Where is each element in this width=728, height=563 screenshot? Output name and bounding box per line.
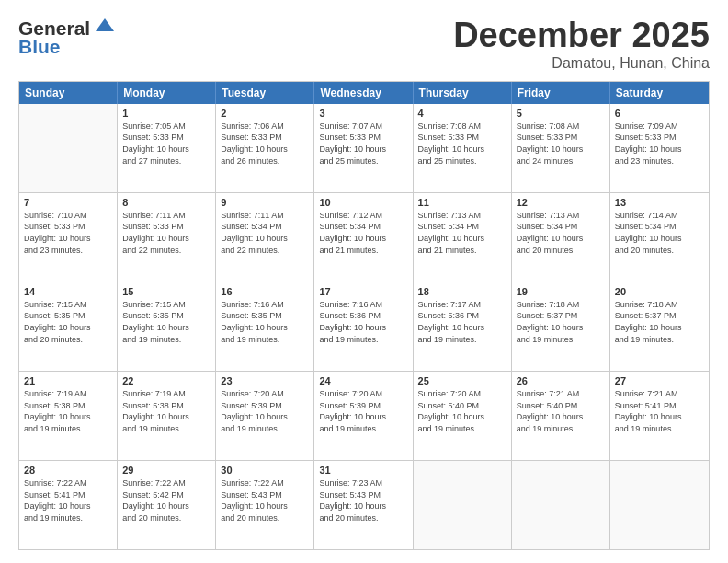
day-number: 30 [221, 465, 309, 476]
month-title: December 2025 [453, 17, 710, 55]
calendar-page: General Blue December 2025 Damatou, Huna… [0, 0, 728, 563]
day-cell-29: 29Sunrise: 7:22 AM Sunset: 5:42 PM Dayli… [118, 461, 216, 549]
calendar-row-4: 21Sunrise: 7:19 AM Sunset: 5:38 PM Dayli… [19, 371, 709, 460]
day-number: 11 [418, 197, 506, 208]
day-number: 6 [615, 108, 704, 119]
empty-cell-4-4 [414, 461, 512, 549]
weekday-header-saturday: Saturday [610, 82, 709, 104]
day-number: 24 [319, 375, 407, 386]
calendar-header: SundayMondayTuesdayWednesdayThursdayFrid… [19, 82, 709, 104]
empty-cell-4-5 [512, 461, 610, 549]
day-number: 31 [319, 465, 407, 476]
logo-text-blue: Blue [18, 37, 118, 57]
empty-cell-0-0 [19, 104, 118, 192]
day-number: 15 [122, 286, 210, 297]
day-info: Sunrise: 7:21 AM Sunset: 5:41 PM Dayligh… [615, 388, 704, 434]
header: General Blue December 2025 Damatou, Huna… [18, 17, 710, 72]
day-cell-15: 15Sunrise: 7:15 AM Sunset: 5:35 PM Dayli… [118, 282, 216, 371]
day-number: 8 [122, 197, 210, 208]
day-cell-5: 5Sunrise: 7:08 AM Sunset: 5:33 PM Daylig… [512, 104, 610, 192]
day-number: 5 [517, 108, 605, 119]
day-cell-25: 25Sunrise: 7:20 AM Sunset: 5:40 PM Dayli… [414, 372, 512, 460]
day-cell-27: 27Sunrise: 7:21 AM Sunset: 5:41 PM Dayli… [610, 372, 709, 460]
day-number: 21 [24, 375, 112, 386]
day-info: Sunrise: 7:23 AM Sunset: 5:43 PM Dayligh… [319, 477, 407, 523]
day-number: 1 [122, 108, 210, 119]
day-cell-19: 19Sunrise: 7:18 AM Sunset: 5:37 PM Dayli… [512, 282, 610, 371]
day-info: Sunrise: 7:21 AM Sunset: 5:40 PM Dayligh… [517, 388, 605, 434]
weekday-header-wednesday: Wednesday [314, 82, 413, 104]
day-cell-26: 26Sunrise: 7:21 AM Sunset: 5:40 PM Dayli… [512, 372, 610, 460]
day-cell-2: 2Sunrise: 7:06 AM Sunset: 5:33 PM Daylig… [216, 104, 314, 192]
calendar: SundayMondayTuesdayWednesdayThursdayFrid… [18, 81, 710, 550]
day-number: 4 [418, 108, 506, 119]
empty-cell-4-6 [610, 461, 709, 549]
day-info: Sunrise: 7:16 AM Sunset: 5:36 PM Dayligh… [319, 299, 407, 345]
day-cell-22: 22Sunrise: 7:19 AM Sunset: 5:38 PM Dayli… [118, 372, 216, 460]
day-info: Sunrise: 7:22 AM Sunset: 5:43 PM Dayligh… [221, 477, 309, 523]
day-cell-16: 16Sunrise: 7:16 AM Sunset: 5:35 PM Dayli… [216, 282, 314, 371]
day-info: Sunrise: 7:05 AM Sunset: 5:33 PM Dayligh… [122, 121, 210, 167]
day-info: Sunrise: 7:13 AM Sunset: 5:34 PM Dayligh… [517, 210, 605, 256]
day-cell-20: 20Sunrise: 7:18 AM Sunset: 5:37 PM Dayli… [610, 282, 709, 371]
day-info: Sunrise: 7:19 AM Sunset: 5:38 PM Dayligh… [24, 388, 112, 434]
day-info: Sunrise: 7:22 AM Sunset: 5:42 PM Dayligh… [122, 477, 210, 523]
day-info: Sunrise: 7:16 AM Sunset: 5:35 PM Dayligh… [221, 299, 309, 345]
day-info: Sunrise: 7:08 AM Sunset: 5:33 PM Dayligh… [418, 121, 506, 167]
day-cell-8: 8Sunrise: 7:11 AM Sunset: 5:33 PM Daylig… [118, 193, 216, 282]
day-info: Sunrise: 7:11 AM Sunset: 5:33 PM Dayligh… [122, 210, 210, 256]
day-cell-21: 21Sunrise: 7:19 AM Sunset: 5:38 PM Dayli… [19, 372, 118, 460]
day-number: 7 [24, 197, 112, 208]
weekday-header-tuesday: Tuesday [216, 82, 314, 104]
weekday-header-sunday: Sunday [19, 82, 118, 104]
day-info: Sunrise: 7:20 AM Sunset: 5:40 PM Dayligh… [418, 388, 506, 434]
day-info: Sunrise: 7:15 AM Sunset: 5:35 PM Dayligh… [122, 299, 210, 345]
day-info: Sunrise: 7:09 AM Sunset: 5:33 PM Dayligh… [615, 121, 704, 167]
weekday-header-thursday: Thursday [414, 82, 512, 104]
day-number: 18 [418, 286, 506, 297]
day-info: Sunrise: 7:15 AM Sunset: 5:35 PM Dayligh… [24, 299, 112, 345]
day-info: Sunrise: 7:20 AM Sunset: 5:39 PM Dayligh… [319, 388, 407, 434]
day-cell-7: 7Sunrise: 7:10 AM Sunset: 5:33 PM Daylig… [19, 193, 118, 282]
day-info: Sunrise: 7:12 AM Sunset: 5:34 PM Dayligh… [319, 210, 407, 256]
calendar-row-5: 28Sunrise: 7:22 AM Sunset: 5:41 PM Dayli… [19, 460, 709, 549]
day-number: 29 [122, 465, 210, 476]
day-info: Sunrise: 7:19 AM Sunset: 5:38 PM Dayligh… [122, 388, 210, 434]
day-info: Sunrise: 7:13 AM Sunset: 5:34 PM Dayligh… [418, 210, 506, 256]
day-number: 2 [221, 108, 309, 119]
day-cell-3: 3Sunrise: 7:07 AM Sunset: 5:33 PM Daylig… [314, 104, 413, 192]
day-info: Sunrise: 7:11 AM Sunset: 5:34 PM Dayligh… [221, 210, 309, 256]
location-title: Damatou, Hunan, China [453, 55, 710, 72]
weekday-header-monday: Monday [118, 82, 216, 104]
day-cell-17: 17Sunrise: 7:16 AM Sunset: 5:36 PM Dayli… [314, 282, 413, 371]
title-block: December 2025 Damatou, Hunan, China [453, 17, 710, 72]
day-cell-6: 6Sunrise: 7:09 AM Sunset: 5:33 PM Daylig… [610, 104, 709, 192]
day-info: Sunrise: 7:17 AM Sunset: 5:36 PM Dayligh… [418, 299, 506, 345]
day-number: 20 [615, 286, 704, 297]
day-number: 3 [319, 108, 407, 119]
day-number: 9 [221, 197, 309, 208]
day-info: Sunrise: 7:22 AM Sunset: 5:41 PM Dayligh… [24, 477, 112, 523]
day-number: 12 [517, 197, 605, 208]
day-cell-10: 10Sunrise: 7:12 AM Sunset: 5:34 PM Dayli… [314, 193, 413, 282]
calendar-row-2: 7Sunrise: 7:10 AM Sunset: 5:33 PM Daylig… [19, 192, 709, 282]
calendar-row-3: 14Sunrise: 7:15 AM Sunset: 5:35 PM Dayli… [19, 282, 709, 371]
day-cell-11: 11Sunrise: 7:13 AM Sunset: 5:34 PM Dayli… [414, 193, 512, 282]
day-cell-23: 23Sunrise: 7:20 AM Sunset: 5:39 PM Dayli… [216, 372, 314, 460]
day-number: 25 [418, 375, 506, 386]
calendar-row-1: 1Sunrise: 7:05 AM Sunset: 5:33 PM Daylig… [19, 104, 709, 192]
day-number: 23 [221, 375, 309, 386]
day-cell-12: 12Sunrise: 7:13 AM Sunset: 5:34 PM Dayli… [512, 193, 610, 282]
day-info: Sunrise: 7:14 AM Sunset: 5:34 PM Dayligh… [615, 210, 704, 256]
day-info: Sunrise: 7:20 AM Sunset: 5:39 PM Dayligh… [221, 388, 309, 434]
day-cell-30: 30Sunrise: 7:22 AM Sunset: 5:43 PM Dayli… [216, 461, 314, 549]
day-number: 13 [615, 197, 704, 208]
day-cell-31: 31Sunrise: 7:23 AM Sunset: 5:43 PM Dayli… [314, 461, 413, 549]
day-cell-14: 14Sunrise: 7:15 AM Sunset: 5:35 PM Dayli… [19, 282, 118, 371]
day-number: 28 [24, 465, 112, 476]
day-number: 10 [319, 197, 407, 208]
day-cell-1: 1Sunrise: 7:05 AM Sunset: 5:33 PM Daylig… [118, 104, 216, 192]
day-cell-28: 28Sunrise: 7:22 AM Sunset: 5:41 PM Dayli… [19, 461, 118, 549]
weekday-header-friday: Friday [512, 82, 610, 104]
calendar-body: 1Sunrise: 7:05 AM Sunset: 5:33 PM Daylig… [19, 104, 709, 549]
